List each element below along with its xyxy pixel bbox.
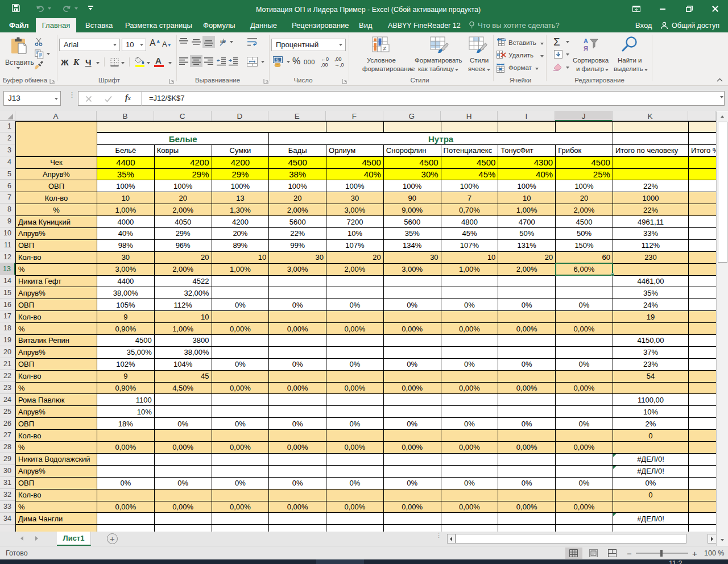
svg-text:Я: Я [584,45,588,52]
svg-text:ab: ab [220,38,226,44]
svg-text:≠: ≠ [383,45,386,52]
svg-text:$: $ [276,57,279,63]
svg-text:А: А [584,38,588,44]
